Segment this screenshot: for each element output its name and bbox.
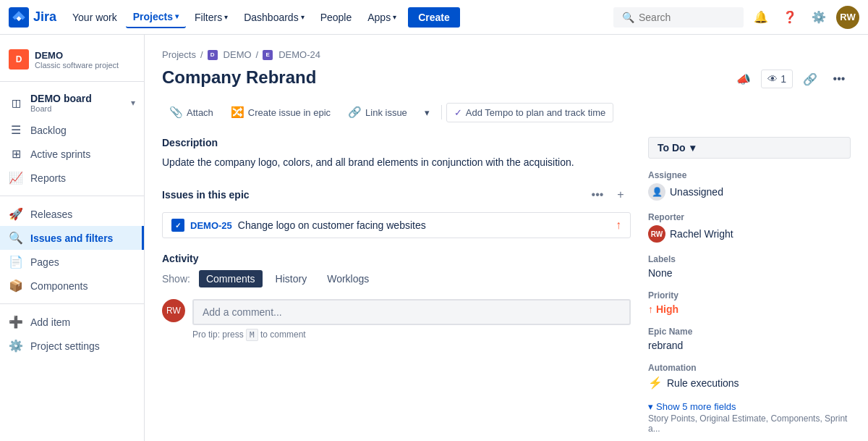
releases-icon: 🚀 bbox=[9, 207, 23, 221]
nav-people[interactable]: People bbox=[313, 7, 359, 28]
issue-main: Description Update the company logo, col… bbox=[162, 137, 631, 434]
labels-field: Labels None bbox=[648, 254, 851, 279]
show-more-button[interactable]: ▾ Show 5 more fields bbox=[648, 401, 851, 412]
reporter-field: Reporter RW Rachel Wright bbox=[648, 212, 851, 243]
nav-filters[interactable]: Filters▾ bbox=[187, 7, 235, 28]
board-name-label: DEMO board bbox=[30, 93, 92, 104]
reporter-text: Rachel Wright bbox=[670, 228, 733, 240]
project-name: DEMO bbox=[35, 50, 119, 61]
sidebar: D DEMO Classic software project ◫ DEMO b… bbox=[0, 35, 145, 441]
epic-name-field: Epic Name rebrand bbox=[648, 327, 851, 351]
issues-filters-icon: 🔍 bbox=[9, 231, 23, 245]
assignee-field: Assignee 👤 Unassigned bbox=[648, 170, 851, 201]
search-input[interactable] bbox=[639, 12, 735, 23]
toolbar-separator bbox=[441, 105, 442, 119]
automation-value[interactable]: ⚡ Rule executions bbox=[648, 376, 851, 390]
activity-title: Activity bbox=[162, 253, 631, 264]
breadcrumb-issue-id[interactable]: DEMO-24 bbox=[278, 49, 320, 60]
backlog-icon: ☰ bbox=[9, 123, 23, 137]
status-label: To Do bbox=[658, 142, 686, 154]
issue-type-icon-breadcrumb: E bbox=[263, 50, 273, 60]
notifications-button[interactable]: 🔔 bbox=[749, 6, 773, 29]
sidebar-label-pages: Pages bbox=[30, 256, 59, 268]
priority-field: Priority ↑ High bbox=[648, 290, 851, 315]
reporter-value[interactable]: RW Rachel Wright bbox=[648, 225, 851, 243]
add-item-icon: ➕ bbox=[9, 315, 23, 329]
sidebar-item-components[interactable]: 📦 Components bbox=[0, 274, 144, 298]
nav-projects[interactable]: Projects▾ bbox=[126, 7, 186, 28]
breadcrumb-projects[interactable]: Projects bbox=[162, 49, 196, 60]
sidebar-item-releases[interactable]: 🚀 Releases bbox=[0, 202, 144, 226]
create-issue-in-epic-label: Create issue in epic bbox=[248, 107, 331, 118]
issue-body: Description Update the company logo, col… bbox=[162, 137, 851, 434]
settings-button[interactable]: ⚙️ bbox=[807, 6, 830, 29]
show-more-subtitle: Story Points, Original Estimate, Compone… bbox=[648, 413, 851, 434]
tempo-icon: ✓ bbox=[454, 107, 462, 118]
project-settings-icon: ⚙️ bbox=[9, 339, 23, 353]
epic-name-label: Epic Name bbox=[648, 327, 851, 337]
issue-actions: 📣 👁 1 🔗 ••• bbox=[732, 67, 851, 91]
link-issue-button[interactable]: 🔗 Link issue bbox=[341, 102, 414, 122]
reporter-label: Reporter bbox=[648, 212, 851, 222]
assignee-value[interactable]: 👤 Unassigned bbox=[648, 183, 851, 201]
sidebar-item-pages[interactable]: 📄 Pages bbox=[0, 250, 144, 274]
comment-input-field[interactable]: Add a comment... bbox=[192, 299, 631, 325]
pro-tip-suffix: to comment bbox=[260, 329, 306, 340]
pro-tip-key: M bbox=[246, 329, 258, 341]
link-issue-label: Link issue bbox=[365, 107, 407, 118]
sidebar-item-issues-filters[interactable]: 🔍 Issues and filters bbox=[0, 226, 144, 250]
breadcrumb: Projects / D DEMO / E DEMO-24 bbox=[162, 49, 851, 60]
announce-button[interactable]: 📣 bbox=[732, 67, 755, 91]
nav-your-work[interactable]: Your work bbox=[65, 7, 124, 28]
priority-arrow-up-icon: ↑ bbox=[648, 303, 653, 315]
create-button[interactable]: Create bbox=[408, 7, 460, 28]
help-button[interactable]: ❓ bbox=[778, 6, 801, 29]
nav-dashboards[interactable]: Dashboards▾ bbox=[237, 7, 312, 28]
more-options-button[interactable]: ••• bbox=[827, 67, 851, 91]
toolbar-dropdown-button[interactable]: ▾ bbox=[417, 104, 437, 122]
sidebar-item-active-sprints[interactable]: ⊞ Active sprints bbox=[0, 142, 144, 166]
epic-issue-key[interactable]: DEMO-25 bbox=[190, 220, 232, 231]
tab-worklogs[interactable]: Worklogs bbox=[320, 270, 376, 287]
topnav: Jira Your work Projects▾ Filters▾ Dashbo… bbox=[0, 0, 868, 35]
tab-comments[interactable]: Comments bbox=[199, 270, 263, 287]
nav-apps[interactable]: Apps▾ bbox=[360, 7, 404, 28]
sidebar-label-issues-filters: Issues and filters bbox=[30, 232, 113, 244]
current-user-avatar: RW bbox=[162, 299, 185, 322]
sidebar-item-project-settings[interactable]: ⚙️ Project settings bbox=[0, 334, 144, 358]
create-issue-in-epic-button[interactable]: 🔀 Create issue in epic bbox=[224, 102, 338, 122]
brand-name: Jira bbox=[33, 9, 56, 25]
attach-button[interactable]: 📎 Attach bbox=[162, 102, 221, 122]
user-avatar[interactable]: RW bbox=[836, 6, 859, 29]
search-icon: 🔍 bbox=[622, 12, 634, 23]
labels-value[interactable]: None bbox=[648, 267, 851, 279]
sidebar-divider bbox=[0, 81, 144, 82]
priority-text: High bbox=[656, 303, 678, 315]
sidebar-item-reports[interactable]: 📈 Reports bbox=[0, 166, 144, 190]
epic-add-button[interactable]: + bbox=[610, 185, 631, 205]
comment-input-row: RW Add a comment... bbox=[162, 299, 631, 325]
breadcrumb-demo[interactable]: DEMO bbox=[224, 49, 252, 60]
attach-icon: 📎 bbox=[169, 106, 183, 119]
sidebar-label-project-settings: Project settings bbox=[30, 340, 100, 352]
pro-tip: Pro tip: press M to comment bbox=[192, 329, 631, 340]
search-box[interactable]: 🔍 bbox=[613, 7, 744, 28]
watchers-button[interactable]: 👁 1 bbox=[761, 70, 793, 88]
tempo-button[interactable]: ✓ Add Tempo to plan and track time bbox=[446, 103, 613, 122]
epic-issues-actions: ••• + bbox=[587, 185, 631, 205]
project-type: Classic software project bbox=[35, 61, 119, 70]
priority-value[interactable]: ↑ High bbox=[648, 303, 851, 315]
tab-history[interactable]: History bbox=[268, 270, 315, 287]
description-section: Description Update the company logo, col… bbox=[162, 137, 631, 170]
epic-more-button[interactable]: ••• bbox=[587, 185, 608, 205]
logo-area[interactable]: Jira bbox=[9, 7, 56, 28]
sidebar-board-header[interactable]: ◫ DEMO board Board ▾ bbox=[0, 88, 144, 118]
unassigned-avatar-icon: 👤 bbox=[648, 183, 665, 201]
show-more-fields: ▾ Show 5 more fields Story Points, Origi… bbox=[648, 401, 851, 434]
status-button[interactable]: To Do ▾ bbox=[648, 137, 851, 159]
share-button[interactable]: 🔗 bbox=[799, 67, 822, 91]
project-header[interactable]: D DEMO Classic software project bbox=[0, 43, 144, 75]
sidebar-item-add-item[interactable]: ➕ Add item bbox=[0, 310, 144, 334]
sidebar-item-backlog[interactable]: ☰ Backlog bbox=[0, 118, 144, 142]
epic-name-value[interactable]: rebrand bbox=[648, 340, 851, 351]
